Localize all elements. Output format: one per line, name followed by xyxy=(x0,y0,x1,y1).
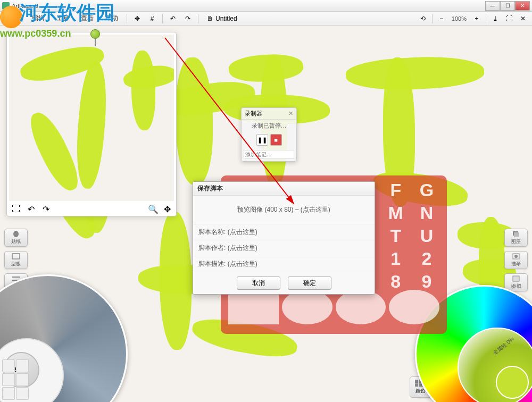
document-name: Untitled xyxy=(215,15,237,22)
undo-icon[interactable]: ↶ xyxy=(167,13,179,24)
document-tab[interactable]: 🗎 Untitled xyxy=(203,14,242,23)
stencil-square xyxy=(228,290,279,324)
pin-needle xyxy=(95,38,96,46)
script-desc-field[interactable]: 脚本描述: (点击这里) xyxy=(193,256,375,272)
stencil-char: 9 xyxy=(414,271,439,292)
minimize-button[interactable]: — xyxy=(485,1,500,11)
separator xyxy=(127,14,127,23)
save-script-dialog: 保存脚本 预览图像 (400 x 80) – (点击这里) 脚本名称: (点击这… xyxy=(193,181,375,295)
tool-size-cell[interactable] xyxy=(16,387,29,400)
tool-size-cell[interactable] xyxy=(16,373,29,386)
stencil-circle xyxy=(389,290,439,324)
fit-icon[interactable]: ⤓ xyxy=(489,13,501,24)
stencils-pod[interactable]: 型板 xyxy=(4,251,28,269)
ref-zoom-icon[interactable]: 🔍 xyxy=(147,203,159,215)
window-controls: — ☐ ✕ xyxy=(485,1,530,11)
menu-file[interactable]: 文件 xyxy=(3,13,24,24)
recorder-header: 录制器 ✕ xyxy=(242,108,296,120)
tool-wheel[interactable]: 50% xyxy=(0,301,128,402)
maximize-button[interactable]: ☐ xyxy=(500,1,515,11)
recorder-panel[interactable]: 录制器 ✕ 录制已暂停… ❚❚ ■ xyxy=(241,107,297,162)
svg-point-8 xyxy=(514,255,518,258)
script-name-field[interactable]: 脚本名称: (点击这里) xyxy=(193,224,375,240)
ref-redo-icon[interactable]: ↷ xyxy=(40,203,52,215)
dialog-preview-area[interactable]: 预览图像 (400 x 80) – (点击这里) xyxy=(193,196,375,224)
layers-icon xyxy=(511,230,521,238)
fullscreen-icon[interactable]: ⛶ xyxy=(503,13,515,24)
svg-rect-2 xyxy=(12,254,20,259)
grid-icon[interactable]: # xyxy=(146,13,158,24)
reference-panel-body xyxy=(9,35,174,201)
pod-toggle-icon[interactable]: ⟲ xyxy=(417,13,429,24)
stencil-char: F xyxy=(383,180,409,200)
stencil-char: U xyxy=(414,225,439,246)
separator xyxy=(162,14,163,23)
tracing-pod[interactable]: 描摹 xyxy=(504,251,528,269)
ref-move-icon[interactable]: ✥ xyxy=(161,203,173,215)
reference-panel[interactable]: ⛶ ↶ ↷ 🔍 ✥ xyxy=(6,32,177,216)
separator xyxy=(198,14,198,23)
recorder-stop-button[interactable]: ■ xyxy=(270,134,282,146)
menubar-right: ⟲ − 100% + ⤓ ⛶ ✕ xyxy=(417,13,529,24)
close-canvas-icon[interactable]: ✕ xyxy=(517,13,529,24)
stencil-char: M xyxy=(383,203,409,223)
footprint-icon xyxy=(11,230,21,238)
stickers-pod[interactable]: 贴纸 xyxy=(4,229,28,247)
stencil-icon xyxy=(11,253,21,260)
recorder-note xyxy=(242,148,296,161)
move-icon[interactable]: ✥ xyxy=(131,13,143,24)
recorder-note-input[interactable] xyxy=(244,150,294,159)
svg-point-1 xyxy=(13,231,19,237)
menu-view[interactable]: 查看 xyxy=(77,13,98,24)
stencil-char: T xyxy=(383,225,409,246)
document-icon: 🗎 xyxy=(207,15,213,22)
dialog-title: 保存脚本 xyxy=(193,182,375,196)
separator xyxy=(432,14,433,23)
ref-expand-icon[interactable]: ⛶ xyxy=(10,203,22,215)
zoom-in-icon[interactable]: + xyxy=(471,13,483,24)
zoom-out-icon[interactable]: − xyxy=(436,13,447,24)
tracing-icon xyxy=(511,253,521,260)
window-title: ArtRage 3 xyxy=(12,3,485,9)
recorder-controls: ❚❚ ■ xyxy=(242,132,296,148)
stencil-circle xyxy=(336,290,386,324)
pod-label: 贴纸 xyxy=(11,238,21,245)
svg-rect-6 xyxy=(514,232,519,237)
ref-undo-icon[interactable]: ↶ xyxy=(25,203,37,215)
menubar: 文件 编辑 工具 查看 帮助 ✥ # ↶ ↷ 🗎 Untitled ⟲ − 10… xyxy=(0,12,532,26)
script-author-field[interactable]: 脚本作者: (点击这里) xyxy=(193,240,375,256)
stencil-char: 1 xyxy=(383,248,409,269)
recorder-close-icon[interactable]: ✕ xyxy=(288,110,293,117)
zoom-level[interactable]: 100% xyxy=(450,15,469,22)
stencil-char: N xyxy=(414,203,439,223)
app-icon xyxy=(2,2,10,10)
reference-panel-footer: ⛶ ↶ ↷ 🔍 ✥ xyxy=(7,202,176,216)
menu-tool[interactable]: 工具 xyxy=(52,13,73,24)
menu-help[interactable]: 帮助 xyxy=(101,13,122,24)
svg-rect-9 xyxy=(513,276,519,281)
recorder-title: 录制器 xyxy=(245,110,262,118)
tool-size-cell[interactable] xyxy=(16,359,29,372)
tool-size-cell[interactable] xyxy=(2,373,15,386)
panel-pin[interactable] xyxy=(90,29,100,46)
ok-button[interactable]: 确定 xyxy=(288,277,331,290)
recorder-status: 录制已暂停… xyxy=(242,120,296,132)
menu-edit[interactable]: 编辑 xyxy=(28,13,49,24)
redo-icon[interactable]: ↷ xyxy=(182,13,194,24)
close-button[interactable]: ✕ xyxy=(515,1,530,11)
dialog-buttons: 取消 确定 xyxy=(193,272,375,294)
cancel-button[interactable]: 取消 xyxy=(237,277,280,290)
stencil-circle xyxy=(282,290,332,324)
color-wheel-swatch[interactable] xyxy=(496,366,529,399)
pod-label: 型板 xyxy=(11,261,21,267)
tool-size-cell[interactable] xyxy=(2,387,15,400)
layers-pod[interactable]: 图层 xyxy=(504,229,528,247)
pod-label: !参照 xyxy=(511,283,522,290)
note-icon xyxy=(511,275,521,282)
tool-size-cell[interactable] xyxy=(2,359,15,372)
stencil-char: 8 xyxy=(383,271,409,292)
recorder-pause-button[interactable]: ❚❚ xyxy=(256,134,268,146)
titlebar: ArtRage 3 — ☐ ✕ xyxy=(0,0,532,12)
stencil-char: 2 xyxy=(414,248,439,269)
separator xyxy=(486,14,486,23)
